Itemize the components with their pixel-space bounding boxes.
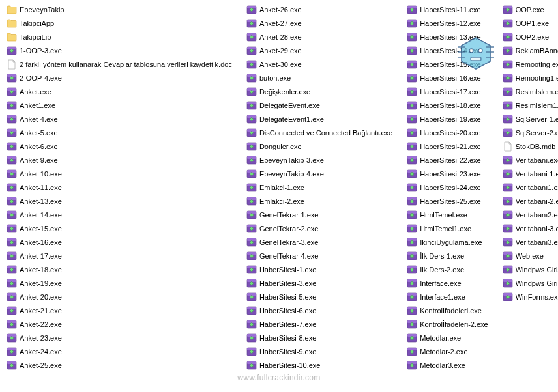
file-item[interactable]: Anket-4.exe [5,112,233,126]
file-item[interactable]: HaberSitesi-22.exe [405,153,490,167]
file-item[interactable]: Anket-10.exe [5,167,233,180]
file-item[interactable]: Anket-16.exe [5,235,233,249]
file-item[interactable]: EbeveynTakip-3.exe [245,153,394,167]
file-item[interactable]: HaberSitesi-19.exe [405,112,490,126]
file-item[interactable]: Anket-28.exe [245,30,394,44]
file-item[interactable]: Veritabani-1.exe [501,167,558,180]
file-item[interactable]: HaberSitesi-5.exe [245,290,394,303]
file-item[interactable]: EbeveynTakip [5,3,233,16]
file-item[interactable]: Anket-11.exe [5,180,233,194]
file-item[interactable]: HaberSitesi-20.exe [405,126,490,139]
file-item[interactable]: 1-OOP-3.exe [5,44,233,57]
file-item[interactable]: Anket-13.exe [5,194,233,208]
file-item[interactable]: ResimIslem1.exe [501,98,558,112]
file-item[interactable]: HaberSitesi-17.exe [405,85,490,98]
file-item[interactable]: 2-OOP-4.exe [5,71,233,85]
file-item[interactable]: ReklamBAnner.exe [501,44,558,57]
file-item[interactable]: Remooting.exe [501,57,558,71]
file-list-view[interactable]: EbeveynTakipTakipciAppTakipciLib 1-OOP-3… [0,0,558,384]
file-item[interactable]: HaberSitesi-23.exe [405,167,490,180]
file-item[interactable]: HaberSitesi-6.exe [245,303,394,317]
file-item[interactable]: Anket-21.exe [5,303,233,317]
file-item[interactable]: İlk Ders-1.exe [405,249,490,262]
file-item[interactable]: Veritabanı1.exe [501,180,558,194]
file-item[interactable]: OOP2.exe [501,30,558,44]
file-item[interactable]: HaberSitesi-3.exe [245,276,394,290]
file-item[interactable]: GenelTekrar-1.exe [245,208,394,221]
file-item[interactable]: DisConnected ve Connected Bağlantı.exe [245,126,394,139]
file-item[interactable]: WinForms.exe [501,290,558,303]
file-item[interactable]: Anket-22.exe [5,317,233,331]
file-item[interactable]: Remooting1.exe [501,71,558,85]
file-item[interactable]: Veritabanı.exe [501,153,558,167]
file-item[interactable]: Anket-18.exe [5,262,233,276]
file-item[interactable]: HaberSitesi-8.exe [245,331,394,344]
file-item[interactable]: Veritabani-2.exe [501,194,558,208]
file-item[interactable]: Metodlar.exe [405,331,490,344]
file-item[interactable]: Web.exe [501,249,558,262]
file-item[interactable]: HaberSitesi-14.exe [405,44,490,57]
file-item[interactable]: Anket-29.exe [245,44,394,57]
file-item[interactable]: Anket-9.exe [5,153,233,167]
file-item[interactable]: Interface.exe [405,276,490,290]
file-item[interactable]: Anket-17.exe [5,249,233,262]
file-item[interactable]: ResimIslem.exe [501,85,558,98]
file-item[interactable]: HaberSitesi-25.exe [405,194,490,208]
file-item[interactable]: HaberSitesi-11.exe [405,3,490,16]
file-item[interactable]: IkinciUygulama.exe [405,235,490,249]
file-item[interactable]: OOP1.exe [501,16,558,30]
file-item[interactable]: Kontrolİfadeleri.exe [405,303,490,317]
file-item[interactable]: Anket-19.exe [5,276,233,290]
file-item[interactable]: TakipciApp [5,16,233,30]
file-item[interactable]: Veritabanı2.exe [501,208,558,221]
file-item[interactable]: HaberSitesi-9.exe [245,344,394,358]
file-item[interactable]: Anket-6.exe [5,139,233,153]
file-item[interactable]: OOP.exe [501,3,558,16]
file-item[interactable]: HaberSitesi-12.exe [405,16,490,30]
file-item[interactable]: HaberSitesi-13.exe [405,30,490,44]
file-item[interactable]: Interface1.exe [405,290,490,303]
file-item[interactable]: Veritabani-3.exe [501,221,558,235]
file-item[interactable]: Anket-25.exe [5,358,233,372]
file-item[interactable]: Anket.exe [5,85,233,98]
file-item[interactable]: Anket-30.exe [245,57,394,71]
file-item[interactable]: Anket-24.exe [5,344,233,358]
file-item[interactable]: Değişkenler.exe [245,85,394,98]
file-item[interactable]: HaberSitesi-24.exe [405,180,490,194]
file-item[interactable]: 2 farklı yöntem kullanarak Cevaplar tabl… [5,57,233,71]
file-item[interactable]: TakipciLib [5,30,233,44]
file-item[interactable]: buton.exe [245,71,394,85]
file-item[interactable]: SqlServer-1.exe [501,112,558,126]
file-item[interactable]: HaberSitesi-7.exe [245,317,394,331]
file-item[interactable]: HaberSitesi-16.exe [405,71,490,85]
file-item[interactable]: Emlakci-2.exe [245,194,394,208]
file-item[interactable]: Anket-15.exe [5,221,233,235]
file-item[interactable]: GenelTekrar-4.exe [245,249,394,262]
file-item[interactable]: HaberSitesi-21.exe [405,139,490,153]
file-item[interactable]: HtmlTemel1.exe [405,221,490,235]
file-item[interactable]: Anket-14.exe [5,208,233,221]
file-item[interactable]: Anket-5.exe [5,126,233,139]
file-item[interactable]: Donguler.exe [245,139,394,153]
file-item[interactable]: HaberSitesi-15.exe [405,57,490,71]
file-item[interactable]: Windpws Giriş.exe [501,262,558,276]
file-item[interactable]: HaberSitesi-10.exe [245,358,394,372]
file-item[interactable]: GenelTekrar-3.exe [245,235,394,249]
file-item[interactable]: EbeveynTakip-4.exe [245,167,394,180]
file-item[interactable]: Metodlar3.exe [405,358,490,372]
file-item[interactable]: DelegateEvent.exe [245,98,394,112]
file-item[interactable]: Kontrolİfadeleri-2.exe [405,317,490,331]
file-item[interactable]: Emlakci-1.exe [245,180,394,194]
file-item[interactable]: GenelTekrar-2.exe [245,221,394,235]
file-item[interactable]: Windpws Giriş1.exe [501,276,558,290]
file-item[interactable]: Anket-20.exe [5,290,233,303]
file-item[interactable]: HaberSitesi-1.exe [245,262,394,276]
file-item[interactable]: HtmlTemel.exe [405,208,490,221]
file-item[interactable]: Metodlar-2.exe [405,344,490,358]
file-item[interactable]: Anket-23.exe [5,331,233,344]
file-item[interactable]: İlk Ders-2.exe [405,262,490,276]
file-item[interactable]: Veritabanı3.exe [501,235,558,249]
file-item[interactable]: SqlServer-2.exe [501,126,558,139]
file-item[interactable]: DelegateEvent1.exe [245,112,394,126]
file-item[interactable]: Anket1.exe [5,98,233,112]
